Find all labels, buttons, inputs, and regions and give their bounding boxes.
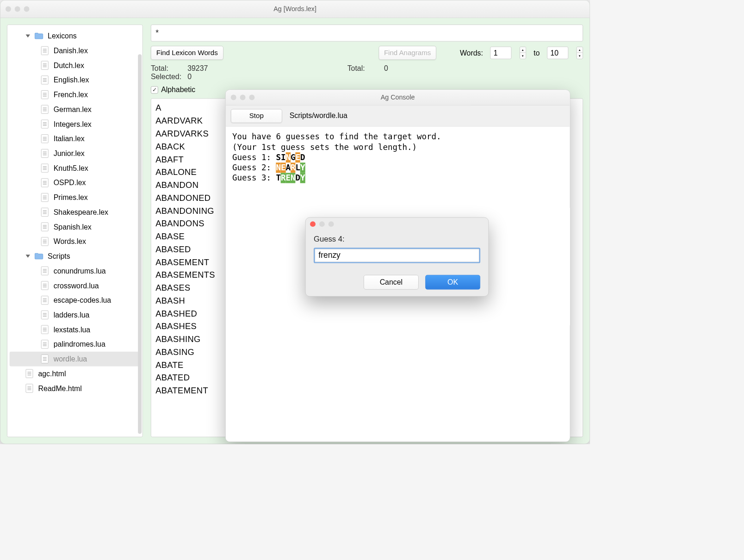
sidebar-item-label: Spanish.lex — [54, 223, 92, 231]
chevron-down-icon[interactable]: ▾ — [520, 53, 526, 59]
window-title: Ag [Words.lex] — [0, 5, 590, 13]
document-icon — [41, 193, 49, 202]
document-icon — [41, 355, 49, 363]
sidebar-item-label: agc.html — [38, 369, 66, 378]
sidebar-item-french-lex[interactable]: French.lex — [10, 87, 140, 102]
selected-label: Selected: — [151, 73, 187, 81]
ok-button[interactable]: OK — [425, 275, 480, 290]
sidebar-item-label: wordle.lua — [54, 355, 87, 363]
total-left-value: 39237 — [187, 64, 208, 72]
sidebar-item-readme-html[interactable]: ReadMe.html — [10, 381, 140, 396]
close-icon[interactable] — [6, 6, 11, 12]
sidebar-item-conundrums-lua[interactable]: conundrums.lua — [10, 263, 140, 278]
find-lexicon-button[interactable]: Find Lexicon Words — [151, 46, 223, 60]
script-path: Scripts/wordle.lua — [290, 112, 347, 120]
sidebar-item-lexstats-lua[interactable]: lexstats.lua — [10, 322, 140, 337]
chevron-down-icon[interactable]: ▾ — [577, 53, 583, 59]
close-icon[interactable] — [231, 95, 236, 100]
sidebar-item-label: Knuth5.lex — [54, 164, 88, 172]
sidebar-item-label: OSPD.lex — [54, 179, 86, 187]
sidebar-item-primes-lex[interactable]: Primes.lex — [10, 190, 140, 205]
words-from-stepper[interactable]: ▴▾ — [520, 47, 526, 59]
document-icon — [26, 369, 33, 378]
document-icon — [41, 90, 49, 99]
sidebar-item-label: English.lex — [54, 76, 89, 84]
document-icon — [41, 281, 49, 290]
sidebar-item-dutch-lex[interactable]: Dutch.lex — [10, 58, 140, 73]
document-icon — [41, 340, 49, 348]
document-icon — [41, 178, 49, 187]
sidebar-item-shakespeare-lex[interactable]: Shakespeare.lex — [10, 205, 140, 219]
sidebar-item-german-lex[interactable]: German.lex — [10, 102, 140, 117]
document-icon — [41, 223, 49, 231]
document-icon — [41, 164, 49, 173]
console-titlebar: Ag Console — [226, 90, 570, 105]
traffic-lights — [6, 6, 30, 12]
sidebar-item-ospd-lex[interactable]: OSPD.lex — [10, 175, 140, 190]
document-icon — [41, 325, 49, 334]
words-to-stepper[interactable]: ▴▾ — [577, 47, 583, 59]
chevron-up-icon[interactable]: ▴ — [520, 47, 526, 53]
close-icon[interactable] — [310, 221, 316, 227]
sidebar-folder-scripts[interactable]: Scripts — [10, 249, 140, 264]
sidebar-item-wordle-lua[interactable]: wordle.lua — [10, 352, 140, 367]
sidebar-item-crossword-lua[interactable]: crossword.lua — [10, 278, 140, 293]
sidebar-item-label: escape-codes.lua — [54, 296, 111, 305]
main-titlebar: Ag [Words.lex] — [0, 0, 590, 18]
sidebar-item-danish-lex[interactable]: Danish.lex — [10, 44, 140, 58]
guess-input[interactable] — [314, 248, 480, 263]
find-anagrams-button[interactable]: Find Anagrams — [378, 46, 436, 60]
alphabetic-checkbox[interactable]: ✓ — [151, 86, 158, 93]
chevron-down-icon[interactable] — [26, 255, 31, 257]
minimize-icon[interactable] — [15, 6, 20, 12]
document-icon — [41, 149, 49, 158]
sidebar-item-agc-html[interactable]: agc.html — [10, 366, 140, 381]
total-right-value: 0 — [384, 64, 388, 72]
zoom-icon[interactable] — [24, 6, 30, 12]
sidebar-item-knuth5-lex[interactable]: Knuth5.lex — [10, 161, 140, 175]
sidebar-item-label: Junior.lex — [54, 149, 85, 157]
sidebar-item-english-lex[interactable]: English.lex — [10, 73, 140, 87]
sidebar-item-italian-lex[interactable]: Italian.lex — [10, 131, 140, 146]
cancel-button[interactable]: Cancel — [364, 275, 419, 290]
sidebar-item-label: Primes.lex — [54, 193, 88, 202]
document-icon — [41, 46, 49, 55]
chevron-up-icon[interactable]: ▴ — [577, 47, 583, 53]
zoom-icon[interactable] — [329, 221, 334, 227]
sidebar-item-words-lex[interactable]: Words.lex — [10, 234, 140, 249]
sidebar-item-label: Dutch.lex — [54, 61, 84, 69]
document-icon — [41, 208, 49, 217]
words-to-input[interactable]: 10 — [547, 47, 568, 59]
sidebar-folder-lexicons[interactable]: Lexicons — [10, 29, 140, 44]
sidebar-item-escape-codes-lua[interactable]: escape-codes.lua — [10, 293, 140, 308]
zoom-icon[interactable] — [249, 95, 254, 100]
console-title: Ag Console — [226, 93, 570, 101]
minimize-icon[interactable] — [240, 95, 246, 100]
search-input[interactable]: * — [151, 25, 583, 41]
document-icon — [26, 384, 33, 392]
sidebar[interactable]: LexiconsDanish.lexDutch.lexEnglish.lexFr… — [7, 25, 143, 437]
sidebar-item-junior-lex[interactable]: Junior.lex — [10, 146, 140, 161]
sidebar-item-label: conundrums.lua — [54, 267, 106, 275]
sidebar-item-label: ladders.lua — [54, 311, 90, 319]
sidebar-item-label: German.lex — [54, 105, 92, 113]
words-label: Words: — [460, 49, 483, 57]
minimize-icon[interactable] — [319, 221, 325, 227]
stop-button[interactable]: Stop — [231, 109, 282, 123]
chevron-down-icon[interactable] — [26, 35, 31, 37]
words-from-input[interactable]: 1 — [490, 47, 512, 59]
total-left-label: Total: — [151, 64, 187, 73]
selected-value: 0 — [187, 73, 192, 81]
sidebar-item-label: crossword.lua — [54, 281, 99, 290]
document-icon — [41, 311, 49, 319]
sidebar-item-label: French.lex — [54, 90, 88, 99]
sidebar-item-ladders-lua[interactable]: ladders.lua — [10, 308, 140, 323]
sidebar-item-label: Words.lex — [54, 237, 86, 246]
sidebar-item-integers-lex[interactable]: Integers.lex — [10, 117, 140, 131]
scrollbar[interactable] — [138, 54, 142, 434]
folder-label: Scripts — [48, 252, 70, 260]
sidebar-item-spanish-lex[interactable]: Spanish.lex — [10, 219, 140, 234]
total-right-label: Total: — [347, 64, 384, 73]
sidebar-item-palindromes-lua[interactable]: palindromes.lua — [10, 337, 140, 352]
folder-label: Lexicons — [48, 32, 77, 40]
